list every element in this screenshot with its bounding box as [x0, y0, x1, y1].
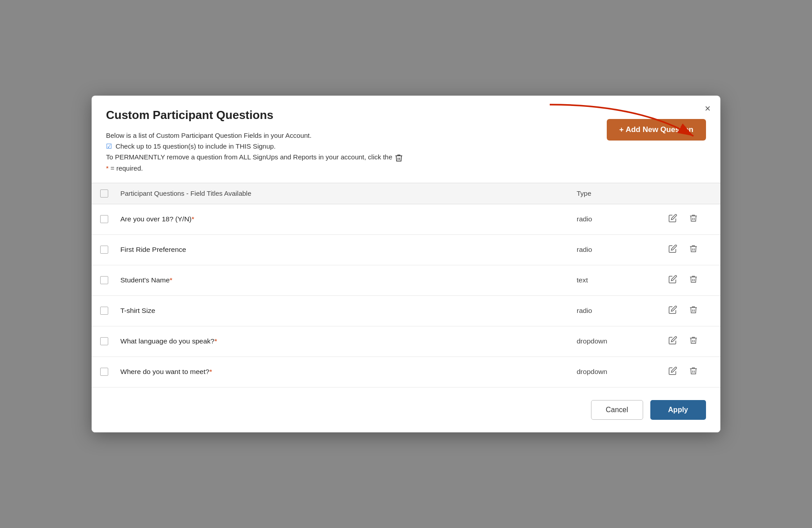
modal-header: Custom Participant Questions × Below is …: [92, 96, 720, 179]
required-star: *: [192, 215, 194, 223]
table-row: First Ride Preference radio: [92, 235, 720, 265]
trash-icon: [689, 213, 698, 223]
desc-line3: To PERMANENTLY remove a question from AL…: [106, 152, 706, 163]
edit-button-4[interactable]: [666, 334, 679, 349]
desc-line3-text: To PERMANENTLY remove a question from AL…: [106, 153, 393, 161]
modal-dialog: Custom Participant Questions × Below is …: [92, 96, 720, 432]
delete-button-1[interactable]: [687, 242, 700, 258]
delete-button-0[interactable]: [687, 211, 700, 227]
row-actions-5: [666, 364, 720, 380]
table-row: Student's Name* text: [92, 265, 720, 296]
table-rows-container: Are you over 18? (Y/N)* radio: [92, 204, 720, 387]
header-checkbox-col: [92, 189, 117, 198]
pencil-icon: [668, 244, 677, 253]
inline-trash-icon: [394, 153, 403, 163]
cancel-button[interactable]: Cancel: [591, 400, 643, 420]
trash-icon: [689, 335, 698, 345]
apply-button[interactable]: Apply: [650, 400, 706, 420]
edit-button-2[interactable]: [666, 273, 679, 288]
row-actions-3: [666, 303, 720, 319]
table-header: Participant Questions - Field Titles Ava…: [92, 183, 720, 204]
desc-line4: * = required.: [106, 163, 706, 174]
table-row: Are you over 18? (Y/N)* radio: [92, 204, 720, 235]
row-actions-0: [666, 211, 720, 227]
row-title-2: Student's Name*: [117, 276, 577, 284]
row-checkbox-5[interactable]: [100, 368, 108, 376]
row-checkbox-col-1: [92, 246, 117, 254]
delete-button-5[interactable]: [687, 364, 700, 380]
check-icon: ☑: [106, 142, 112, 150]
delete-button-4[interactable]: [687, 334, 700, 349]
row-checkbox-2[interactable]: [100, 276, 108, 284]
row-actions-1: [666, 242, 720, 258]
edit-button-5[interactable]: [666, 365, 679, 379]
row-checkbox-0[interactable]: [100, 215, 108, 223]
pencil-icon: [668, 305, 677, 314]
table-row: T-shirt Size radio: [92, 296, 720, 326]
add-new-question-button[interactable]: + Add New Question: [607, 119, 706, 141]
required-star: *: [170, 276, 172, 284]
pencil-icon: [668, 275, 677, 284]
required-star: *: [214, 337, 217, 345]
table-row: What language do you speak?* dropdown: [92, 326, 720, 357]
desc-line2-text: Check up to 15 question(s) to include in…: [115, 142, 276, 150]
trash-icon: [689, 274, 698, 284]
row-checkbox-col-0: [92, 215, 117, 223]
desc-line2: ☑ Check up to 15 question(s) to include …: [106, 141, 706, 152]
edit-button-0[interactable]: [666, 212, 679, 227]
row-checkbox-1[interactable]: [100, 246, 108, 254]
row-type-3: radio: [577, 307, 666, 315]
row-type-2: text: [577, 276, 666, 284]
row-title-4: What language do you speak?*: [117, 337, 577, 345]
row-type-1: radio: [577, 246, 666, 254]
edit-button-3[interactable]: [666, 304, 679, 318]
row-checkbox-col-4: [92, 337, 117, 345]
trash-icon: [689, 244, 698, 254]
header-type-col: Type: [577, 189, 666, 197]
row-checkbox-col-5: [92, 368, 117, 376]
row-title-1: First Ride Preference: [117, 246, 577, 254]
pencil-icon: [668, 336, 677, 345]
close-button[interactable]: ×: [705, 104, 710, 114]
table-row: Where do you want to meet?* dropdown: [92, 357, 720, 387]
questions-table: Participant Questions - Field Titles Ava…: [92, 183, 720, 387]
select-all-checkbox[interactable]: [100, 189, 108, 198]
row-checkbox-4[interactable]: [100, 337, 108, 345]
pencil-icon: [668, 214, 677, 223]
row-type-5: dropdown: [577, 368, 666, 376]
delete-button-2[interactable]: [687, 273, 700, 288]
trash-icon: [689, 366, 698, 376]
row-title-5: Where do you want to meet?*: [117, 368, 577, 376]
modal-overlay: Custom Participant Questions × Below is …: [92, 96, 720, 432]
row-title-0: Are you over 18? (Y/N)*: [117, 215, 577, 223]
row-title-3: T-shirt Size: [117, 307, 577, 315]
required-star: *: [209, 368, 212, 375]
delete-button-3[interactable]: [687, 303, 700, 319]
row-checkbox-3[interactable]: [100, 307, 108, 315]
header-title-col: Participant Questions - Field Titles Ava…: [117, 189, 577, 197]
row-checkbox-col-2: [92, 276, 117, 284]
required-text: = required.: [110, 164, 143, 172]
row-type-0: radio: [577, 215, 666, 223]
row-actions-2: [666, 273, 720, 288]
row-actions-4: [666, 334, 720, 349]
edit-button-1[interactable]: [666, 242, 679, 257]
trash-icon: [689, 305, 698, 315]
row-type-4: dropdown: [577, 337, 666, 345]
required-star-label: *: [106, 164, 109, 172]
modal-footer: Cancel Apply: [92, 387, 720, 432]
row-checkbox-col-3: [92, 307, 117, 315]
pencil-icon: [668, 366, 677, 375]
